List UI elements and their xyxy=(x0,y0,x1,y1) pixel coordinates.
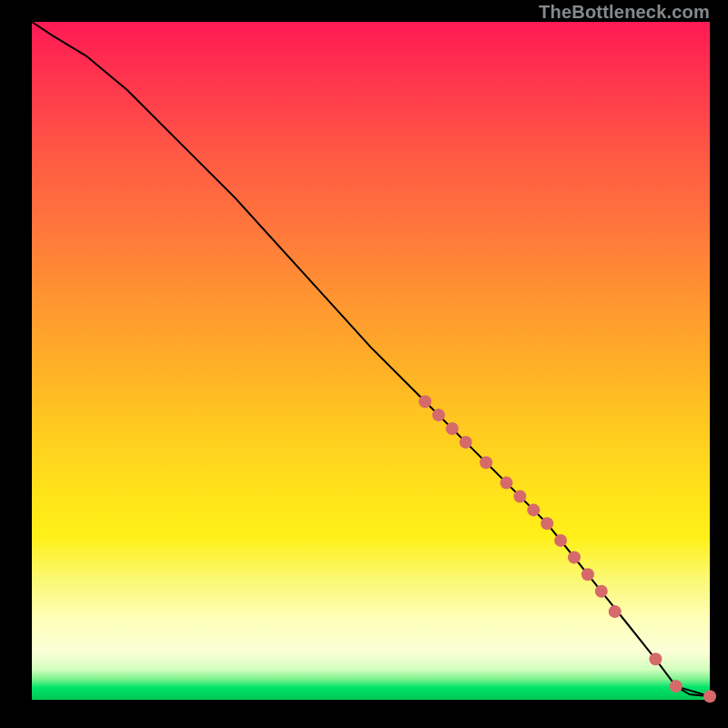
data-marker xyxy=(581,568,594,581)
data-marker xyxy=(527,503,540,516)
data-marker xyxy=(480,456,492,469)
data-marker xyxy=(513,490,526,503)
curve-layer xyxy=(32,22,710,696)
data-marker xyxy=(595,585,608,598)
data-marker xyxy=(670,680,682,693)
data-marker xyxy=(541,517,553,530)
data-marker xyxy=(460,436,472,449)
curve-path xyxy=(32,22,710,696)
data-marker xyxy=(703,690,716,703)
plot-area xyxy=(32,22,710,700)
data-marker xyxy=(432,409,445,421)
chart-stage: TheBottleneck.com xyxy=(0,0,728,728)
chart-svg xyxy=(32,22,710,700)
data-marker xyxy=(554,534,567,547)
data-marker xyxy=(649,652,662,665)
data-marker xyxy=(446,422,459,435)
data-marker xyxy=(609,605,622,618)
watermark-text: TheBottleneck.com xyxy=(539,2,710,23)
data-marker xyxy=(500,477,513,490)
data-marker xyxy=(419,395,431,408)
data-marker xyxy=(568,551,581,564)
